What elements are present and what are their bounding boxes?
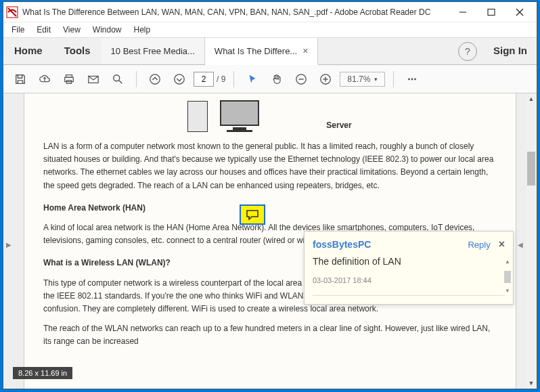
toolbar: / 9 81.7% ▾ (3, 65, 537, 93)
svg-line-10 (119, 80, 122, 83)
page-total: / 9 (217, 74, 225, 84)
pane-toggle-left-icon[interactable]: ▶ (6, 241, 12, 248)
cloud-icon[interactable] (35, 69, 55, 89)
page-input[interactable] (194, 72, 214, 87)
menubar: File Edit View Window Help (3, 22, 537, 38)
zoom-in-icon[interactable] (315, 69, 336, 89)
close-button[interactable] (505, 3, 534, 22)
monitor-graphic (220, 100, 259, 132)
save-icon[interactable] (10, 69, 30, 89)
menu-help[interactable]: Help (134, 25, 151, 35)
help-icon[interactable]: ? (458, 42, 477, 61)
server-label: Server (325, 119, 353, 132)
tab-close-icon[interactable]: × (302, 45, 308, 56)
maximize-button[interactable] (477, 3, 505, 22)
chevron-down-icon: ▾ (374, 76, 378, 83)
comment-body: The definition of LAN (313, 256, 505, 267)
search-icon[interactable] (108, 69, 128, 89)
doc-tab-0[interactable]: 10 Best Free Media... (102, 38, 205, 64)
svg-point-18 (408, 78, 410, 80)
page-size-tooltip: 8.26 x 11.69 in (13, 367, 72, 379)
window-title: What Is The Difference Between LAN, WAN,… (22, 7, 449, 17)
comment-reply-button[interactable]: Reply (468, 240, 490, 250)
zoom-value: 81.7% (347, 74, 370, 84)
doc-tab-label: 10 Best Free Media... (111, 46, 195, 56)
vertical-scrollbar[interactable]: ▲ ▼ (526, 93, 537, 389)
more-icon[interactable] (402, 69, 422, 89)
page-down-icon[interactable] (169, 69, 189, 89)
print-icon[interactable] (59, 69, 79, 89)
nav-home[interactable]: Home (3, 38, 53, 64)
app-icon (6, 6, 18, 18)
menu-edit[interactable]: Edit (37, 25, 51, 35)
sign-in-button[interactable]: Sign In (484, 38, 537, 64)
doc-tab-1[interactable]: What Is The Differe... × (205, 38, 319, 65)
body-text: LAN is a form of a computer network most… (43, 140, 497, 192)
comment-timestamp: 03-03-2017 18:44 (313, 276, 505, 284)
scroll-down-icon[interactable]: ▼ (526, 378, 537, 389)
email-icon[interactable] (83, 69, 104, 89)
svg-point-11 (150, 74, 160, 83)
svg-rect-6 (65, 77, 74, 81)
svg-point-19 (411, 78, 413, 80)
pane-toggle-right-icon[interactable]: ◀ (518, 241, 523, 248)
zoom-dropdown[interactable]: 81.7% ▾ (340, 72, 385, 87)
hand-icon[interactable] (267, 69, 287, 89)
app-window: What Is The Difference Between LAN, WAN,… (3, 1, 537, 389)
body-text: The reach of the WLAN networks can reach… (43, 322, 497, 348)
content-area: ▶ ◀ Server LAN is a form of a computer n… (3, 93, 537, 389)
svg-point-12 (175, 74, 184, 83)
tab-row: Home Tools 10 Best Free Media... What Is… (3, 38, 537, 65)
svg-point-20 (414, 78, 416, 80)
menu-file[interactable]: File (12, 25, 24, 35)
zoom-out-icon[interactable] (291, 69, 311, 89)
popup-scrollbar[interactable]: ▲▼ (503, 259, 512, 296)
comment-close-icon[interactable]: × (499, 238, 505, 251)
page-indicator: / 9 (194, 72, 225, 87)
heading: Home Area Network (HAN) (43, 202, 497, 215)
comment-author: fossBytesPC (313, 239, 468, 250)
page-up-icon[interactable] (145, 69, 165, 89)
svg-rect-2 (488, 9, 495, 15)
computer-tower-graphic (187, 101, 208, 132)
comment-annotation-icon[interactable] (240, 204, 265, 225)
nav-tools[interactable]: Tools (53, 38, 102, 64)
scroll-up-icon[interactable]: ▲ (526, 93, 537, 104)
menu-window[interactable]: Window (93, 25, 122, 35)
svg-point-9 (114, 74, 120, 81)
minimize-button[interactable] (449, 3, 477, 22)
doc-tab-label: What Is The Differe... (215, 46, 297, 56)
scroll-thumb[interactable] (527, 152, 535, 186)
pointer-icon[interactable] (242, 69, 263, 89)
menu-view[interactable]: View (63, 25, 81, 35)
titlebar: What Is The Difference Between LAN, WAN,… (3, 2, 537, 22)
figure: Server (43, 100, 497, 132)
comment-popup: fossBytesPC Reply × The definition of LA… (304, 231, 514, 305)
server-graphic: Server (271, 110, 353, 132)
